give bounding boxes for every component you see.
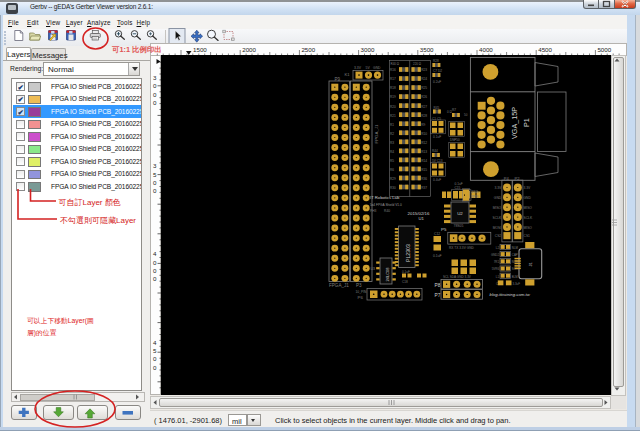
svg-text:不勾選則可隱藏Layer: 不勾選則可隱藏Layer xyxy=(60,215,136,225)
svg-text:可自訂Layer 顏色: 可自訂Layer 顏色 xyxy=(59,198,121,207)
svg-text:可1:1 比例印出: 可1:1 比例印出 xyxy=(111,45,162,54)
